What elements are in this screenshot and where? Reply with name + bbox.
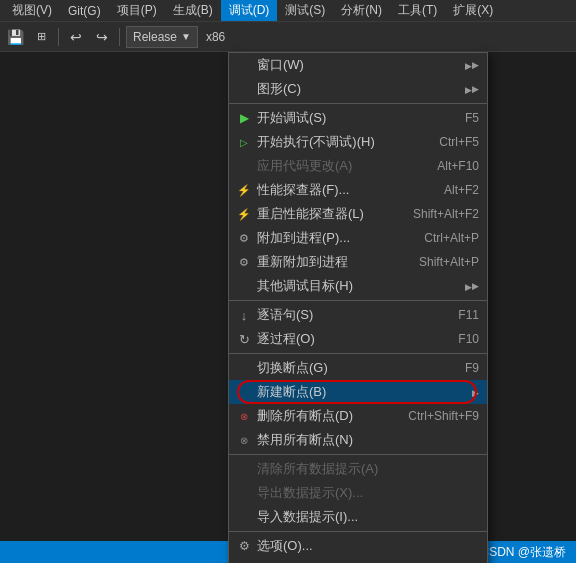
start-nodebug-shortcut: Ctrl+F5 xyxy=(419,135,479,149)
separator-4 xyxy=(229,454,487,455)
menubar-item-view[interactable]: 视图(V) xyxy=(4,0,60,21)
menu-item-start-nodebug-label: 开始执行(不调试)(H) xyxy=(257,133,375,151)
toolbar: 💾 ⊞ ↩ ↪ Release ▼ x86 xyxy=(0,22,576,52)
apply-code-shortcut: Alt+F10 xyxy=(417,159,479,173)
menu-item-reattach[interactable]: ⚙ 重新附加到进程 Shift+Alt+P xyxy=(229,250,487,274)
menubar-item-analyze[interactable]: 分析(N) xyxy=(333,0,390,21)
debug-menu: 窗口(W) 图形(C) ▶ 开始调试(S) F5 ▷ 开始执行(不调试)(H) … xyxy=(228,52,488,563)
step-over-shortcut: F10 xyxy=(438,332,479,346)
perf-shortcut: Alt+F2 xyxy=(424,183,479,197)
menu-item-step-into-label: 逐语句(S) xyxy=(257,306,313,324)
config-dropdown[interactable]: Release ▼ xyxy=(126,26,198,48)
attach-shortcut: Ctrl+Alt+P xyxy=(404,231,479,245)
menu-item-step-into[interactable]: ↓ 逐语句(S) F11 xyxy=(229,303,487,327)
menu-item-step-over[interactable]: ↻ 逐过程(O) F10 xyxy=(229,327,487,351)
menu-item-disable-all-bp-label: 禁用所有断点(N) xyxy=(257,431,353,449)
new-bp-arrow xyxy=(472,385,479,399)
menu-item-apply-code: 应用代码更改(A) Alt+F10 xyxy=(229,154,487,178)
restart-perf-icon: ⚡ xyxy=(235,205,253,223)
menu-item-apply-code-label: 应用代码更改(A) xyxy=(257,157,352,175)
other-targets-arrow xyxy=(465,279,472,293)
menu-item-graphics-label: 图形(C) xyxy=(257,80,301,98)
menu-item-toggle-bp[interactable]: 切换断点(G) F9 xyxy=(229,356,487,380)
menu-item-start-debug-label: 开始调试(S) xyxy=(257,109,326,127)
menu-item-attach-label: 附加到进程(P)... xyxy=(257,229,350,247)
toggle-bp-shortcut: F9 xyxy=(445,361,479,375)
menu-item-attach[interactable]: ⚙ 附加到进程(P)... Ctrl+Alt+P xyxy=(229,226,487,250)
step-over-icon: ↻ xyxy=(235,330,253,348)
menu-item-perf-profiler[interactable]: ⚡ 性能探查器(F)... Alt+F2 xyxy=(229,178,487,202)
menu-item-import-datatips-label: 导入数据提示(I)... xyxy=(257,508,358,526)
menu-item-delete-all-bp-label: 删除所有断点(D) xyxy=(257,407,353,425)
menu-item-restart-perf-label: 重启性能探查器(L) xyxy=(257,205,364,223)
config-label: Release xyxy=(133,30,177,44)
toolbar-separator-2 xyxy=(119,28,120,46)
start-debug-shortcut: F5 xyxy=(445,111,479,125)
menubar-item-tools[interactable]: 工具(T) xyxy=(390,0,445,21)
menubar-item-build[interactable]: 生成(B) xyxy=(165,0,221,21)
reattach-shortcut: Shift+Alt+P xyxy=(399,255,479,269)
menu-item-options-label: 选项(O)... xyxy=(257,537,313,555)
graphics-submenu-arrow xyxy=(465,82,472,96)
play-icon: ▶ xyxy=(235,109,253,127)
delete-bp-icon: ⊗ xyxy=(235,407,253,425)
menu-item-export-datatips-label: 导出数据提示(X)... xyxy=(257,484,363,502)
menu-item-debug-properties[interactable]: 🔧 kdefendpop 调试属性 xyxy=(229,558,487,563)
platform-label: x86 xyxy=(202,30,229,44)
toolbar-separator-1 xyxy=(58,28,59,46)
save-all-button[interactable]: ⊞ xyxy=(30,26,52,48)
redo-button[interactable]: ↪ xyxy=(91,26,113,48)
menu-item-export-datatips: 导出数据提示(X)... xyxy=(229,481,487,505)
menu-item-start-debug[interactable]: ▶ 开始调试(S) F5 xyxy=(229,106,487,130)
restart-perf-shortcut: Shift+Alt+F2 xyxy=(393,207,479,221)
menu-item-perf-label: 性能探查器(F)... xyxy=(257,181,349,199)
menu-item-reattach-label: 重新附加到进程 xyxy=(257,253,348,271)
menubar: 视图(V) Git(G) 项目(P) 生成(B) 调试(D) 测试(S) 分析(… xyxy=(0,0,576,22)
menu-item-delete-all-bp[interactable]: ⊗ 删除所有断点(D) Ctrl+Shift+F9 xyxy=(229,404,487,428)
menu-item-clear-datatips-label: 清除所有数据提示(A) xyxy=(257,460,378,478)
menu-item-other-targets[interactable]: 其他调试目标(H) xyxy=(229,274,487,298)
menu-item-options[interactable]: ⚙ 选项(O)... xyxy=(229,534,487,558)
menubar-item-test[interactable]: 测试(S) xyxy=(277,0,333,21)
attach-icon: ⚙ xyxy=(235,229,253,247)
menu-item-window-label: 窗口(W) xyxy=(257,56,304,74)
undo-button[interactable]: ↩ xyxy=(65,26,87,48)
separator-2 xyxy=(229,300,487,301)
config-dropdown-arrow: ▼ xyxy=(181,31,191,42)
window-submenu-arrow xyxy=(465,58,472,72)
play-outline-icon: ▷ xyxy=(235,133,253,151)
separator-3 xyxy=(229,353,487,354)
disable-bp-icon: ⊗ xyxy=(235,431,253,449)
step-into-shortcut: F11 xyxy=(438,308,479,322)
settings-icon: ⚙ xyxy=(235,537,253,555)
step-into-icon: ↓ xyxy=(235,306,253,324)
reattach-icon: ⚙ xyxy=(235,253,253,271)
menu-item-other-targets-label: 其他调试目标(H) xyxy=(257,277,353,295)
menu-item-window[interactable]: 窗口(W) xyxy=(229,53,487,77)
menubar-item-git[interactable]: Git(G) xyxy=(60,0,109,21)
menubar-item-debug[interactable]: 调试(D) xyxy=(221,0,278,21)
menu-item-graphics[interactable]: 图形(C) xyxy=(229,77,487,101)
menu-item-restart-perf[interactable]: ⚡ 重启性能探查器(L) Shift+Alt+F2 xyxy=(229,202,487,226)
menu-item-new-bp[interactable]: 新建断点(B) xyxy=(229,380,487,404)
main-area: 窗口(W) 图形(C) ▶ 开始调试(S) F5 ▷ 开始执行(不调试)(H) … xyxy=(0,52,576,541)
menu-item-disable-all-bp[interactable]: ⊗ 禁用所有断点(N) xyxy=(229,428,487,452)
menu-item-start-nodebug[interactable]: ▷ 开始执行(不调试)(H) Ctrl+F5 xyxy=(229,130,487,154)
statusbar-text: CSDN @张遗桥 xyxy=(480,544,566,561)
separator-5 xyxy=(229,531,487,532)
menu-item-import-datatips[interactable]: 导入数据提示(I)... xyxy=(229,505,487,529)
menubar-item-project[interactable]: 项目(P) xyxy=(109,0,165,21)
separator-1 xyxy=(229,103,487,104)
perf-icon: ⚡ xyxy=(235,181,253,199)
menu-item-toggle-bp-label: 切换断点(G) xyxy=(257,359,328,377)
save-button[interactable]: 💾 xyxy=(4,26,26,48)
delete-all-bp-shortcut: Ctrl+Shift+F9 xyxy=(388,409,479,423)
menu-item-clear-datatips: 清除所有数据提示(A) xyxy=(229,457,487,481)
menu-item-step-over-label: 逐过程(O) xyxy=(257,330,315,348)
menubar-item-extensions[interactable]: 扩展(X) xyxy=(445,0,501,21)
menu-item-new-bp-label: 新建断点(B) xyxy=(257,383,326,401)
